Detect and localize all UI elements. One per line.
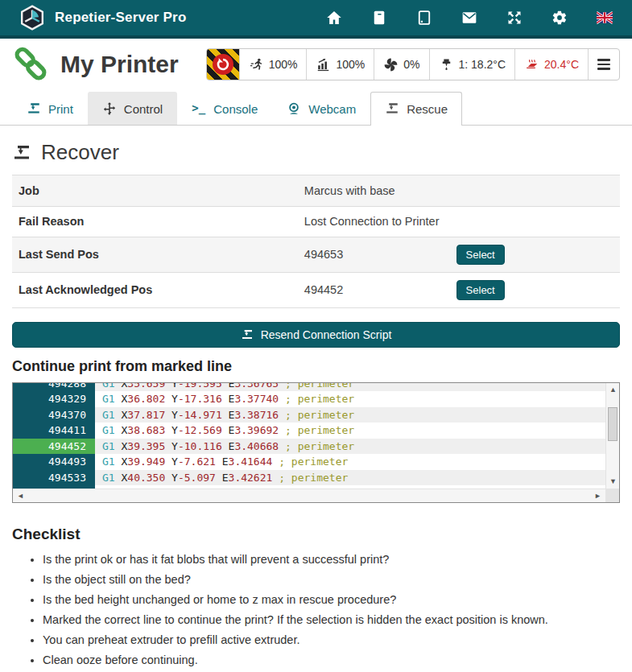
param-value: 3.37740 — [234, 393, 279, 405]
param-letter: Y — [171, 409, 178, 421]
param-value: 38.683 — [127, 424, 165, 436]
status-fan-value: 0% — [403, 58, 419, 71]
status-extruder-value: 1: 18.2°C — [459, 58, 506, 71]
gcode-line[interactable]: 494411G1 X38.683 Y-12.569 E3.39692 ; per… — [13, 423, 605, 439]
tab-print[interactable]: Print — [12, 92, 88, 125]
table-row: Fail ReasonLost Connection to Printer — [12, 206, 620, 237]
gcode-line[interactable]: 494329G1 X36.802 Y-17.316 E3.37740 ; per… — [13, 391, 605, 407]
param-value: 3.40668 — [234, 440, 279, 452]
gcode-viewer: 494288G1 X35.659 Y-19.595 E3.36765 ; per… — [12, 382, 620, 503]
select-button[interactable]: Select — [456, 280, 505, 300]
param-value: 3.42621 — [229, 472, 273, 484]
scrollbar-thumb[interactable] — [608, 407, 618, 441]
expand-icon[interactable] — [506, 10, 523, 26]
row-value: 494452 — [298, 272, 450, 307]
envelope-icon[interactable] — [461, 10, 477, 26]
scroll-down-icon[interactable]: ▼ — [609, 478, 617, 485]
flag-uk-icon[interactable] — [597, 10, 613, 26]
gcode-line[interactable]: 494533G1 X40.350 Y-5.097 E3.42621 ; peri… — [13, 470, 605, 486]
gcode-line[interactable]: 494493G1 X39.949 Y-7.621 E3.41644 ; peri… — [13, 454, 605, 470]
gcode-text: G1 X37.817 Y-14.971 E3.38716 ; perimeter — [95, 407, 605, 423]
param-value: 39.395 — [127, 440, 165, 452]
gcode-lines: 494288G1 X35.659 Y-19.595 E3.36765 ; per… — [13, 383, 605, 489]
flow-icon — [316, 57, 331, 72]
row-label: Fail Reason — [12, 206, 298, 237]
param-value: 37.817 — [127, 409, 165, 421]
gcode-text: G1 X35.659 Y-19.595 E3.36765 ; perimeter — [95, 383, 605, 392]
tab-webcam[interactable]: Webcam — [272, 92, 370, 125]
line-number: 494411 — [13, 423, 95, 439]
tab-rescue[interactable]: Rescue — [370, 92, 462, 126]
vertical-scrollbar[interactable]: ▲ ▼ — [605, 383, 619, 489]
scroll-left-icon[interactable]: ◄ — [17, 493, 24, 500]
checklist-item: Marked the correct line to continue the … — [43, 612, 620, 628]
line-number: 494288 — [13, 383, 95, 392]
tablet-icon[interactable] — [416, 10, 432, 26]
row-value: Lost Connection to Printer — [298, 206, 450, 237]
gcode-command: G1 — [102, 440, 115, 452]
hamburger-menu-icon[interactable] — [597, 59, 610, 70]
gcode-comment: ; perimeter — [279, 472, 348, 484]
status-menu[interactable] — [588, 49, 619, 80]
emergency-stop-icon[interactable] — [207, 49, 239, 80]
gcode-command: G1 — [102, 456, 115, 468]
checklist-item: Is the bed height unchanged or home to z… — [43, 592, 620, 608]
line-number: 494329 — [13, 391, 95, 407]
printer-icon — [12, 143, 31, 163]
gear-icon[interactable] — [551, 10, 568, 26]
param-letter: Y — [171, 456, 178, 468]
status-speed-value: 100% — [269, 58, 298, 71]
tab-label: Rescue — [407, 102, 448, 116]
status-flow[interactable]: 100% — [306, 49, 374, 80]
param-letter: Y — [171, 393, 178, 405]
status-fan[interactable]: 0% — [374, 49, 428, 80]
table-row: Last Acknowledged Pos494452Select — [12, 272, 620, 307]
printer3d-icon — [27, 101, 41, 116]
select-button[interactable]: Select — [456, 245, 505, 265]
row-action: Select — [450, 237, 620, 272]
gcode-command: G1 — [102, 393, 115, 405]
printer-icon[interactable] — [371, 10, 387, 26]
row-value: 494653 — [298, 237, 450, 272]
tab-control[interactable]: Control — [88, 92, 177, 125]
checklist-heading: Checklist — [12, 526, 620, 543]
param-value: 3.41644 — [229, 456, 273, 468]
home-icon[interactable] — [326, 10, 342, 26]
gcode-line[interactable]: 494288G1 X35.659 Y-19.595 E3.36765 ; per… — [13, 383, 605, 392]
reset-arrow-icon — [213, 54, 233, 75]
gcode-line[interactable]: 494370G1 X37.817 Y-14.971 E3.38716 ; per… — [13, 407, 605, 423]
gcode-text: G1 X36.802 Y-17.316 E3.37740 ; perimeter — [95, 391, 605, 407]
gcode-text: G1 X40.350 Y-5.097 E3.42621 ; perimeter — [95, 470, 605, 486]
continue-from-line-heading: Continue print from marked line — [12, 358, 620, 375]
bed-icon — [524, 57, 539, 72]
scrollbar-corner — [605, 489, 619, 502]
row-action: Select — [450, 272, 620, 307]
gcode-comment: ; perimeter — [285, 409, 354, 421]
gcode-command: G1 — [102, 424, 115, 436]
param-value: -14.971 — [178, 409, 222, 421]
param-value: -5.097 — [178, 472, 216, 484]
top-navbar: Repetier-Server Pro — [0, 0, 632, 39]
status-extruder[interactable]: 1: 18.2°C — [429, 49, 515, 80]
resend-connection-script-button[interactable]: Resend Connection Script — [12, 322, 620, 348]
line-number: 494493 — [13, 454, 95, 470]
horizontal-scrollbar[interactable]: ◄ ► — [13, 489, 605, 502]
row-action — [450, 206, 620, 237]
gcode-comment: ; perimeter — [279, 456, 348, 468]
speed-icon — [249, 57, 264, 72]
repetier-logo-icon — [19, 5, 45, 31]
status-speed[interactable]: 100% — [239, 49, 307, 80]
row-label: Last Send Pos — [12, 237, 298, 272]
checklist-item: Is the print ok or has it fat blobs that… — [43, 551, 620, 567]
gcode-line[interactable]: 494452G1 X39.395 Y-10.116 E3.40668 ; per… — [13, 439, 605, 455]
scroll-up-icon[interactable]: ▲ — [609, 386, 617, 394]
checklist: Is the print ok or has it fat blobs that… — [12, 551, 620, 668]
checklist-item: Is the object still on the bed? — [43, 571, 620, 587]
status-bed[interactable]: 20.4°C — [514, 49, 588, 80]
gcode-comment: ; perimeter — [285, 393, 354, 405]
param-value: -7.621 — [178, 456, 216, 468]
tab-console[interactable]: >_Console — [177, 92, 272, 125]
recover-heading: Recover — [12, 140, 620, 165]
scroll-right-icon[interactable]: ► — [594, 493, 601, 500]
status-emergency-stop[interactable] — [207, 49, 239, 80]
